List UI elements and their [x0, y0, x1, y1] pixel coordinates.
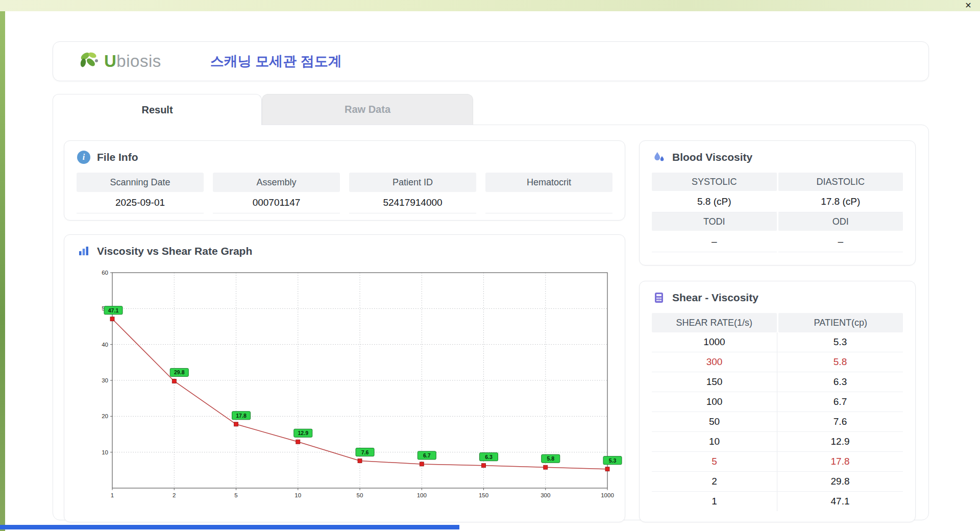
tab-raw-data[interactable]: Raw Data — [262, 94, 473, 125]
bv-value-todi: – — [652, 231, 777, 252]
file-info-title-text: File Info — [97, 151, 138, 163]
svg-text:50: 50 — [357, 492, 363, 498]
cell-patient: 47.1 — [777, 492, 903, 511]
svg-text:1000: 1000 — [601, 492, 614, 498]
svg-text:5.3: 5.3 — [609, 457, 617, 464]
field-patient-id: Patient ID 52417914000 — [349, 173, 476, 213]
chart-point — [110, 317, 114, 321]
cell-shear-rate: 1000 — [652, 332, 777, 352]
cell-patient: 12.9 — [777, 432, 903, 451]
field-label: Scanning Date — [77, 173, 204, 192]
field-label: Hematocrit — [485, 173, 612, 192]
bv-value-diastolic: 17.8 (cP) — [778, 191, 903, 212]
info-icon: i — [77, 151, 90, 164]
chart-point — [544, 465, 548, 469]
table-row: 10005.3 — [652, 332, 903, 352]
content-panel: i File Info Scanning Date 2025-09-01 Ass… — [53, 125, 929, 520]
table-row: 1506.3 — [652, 372, 903, 392]
table-row: 147.1 — [652, 492, 903, 511]
chart-point — [605, 467, 609, 471]
chart-point — [358, 459, 362, 463]
graph-card: Viscosity vs Shear Rate Graph 1020304050… — [64, 234, 625, 522]
field-scanning-date: Scanning Date 2025-09-01 — [77, 173, 204, 213]
col-shear-rate: SHEAR RATE(1/s) — [652, 313, 777, 332]
field-value: 000701147 — [213, 192, 340, 213]
close-icon[interactable]: ✕ — [963, 1, 974, 11]
chart-point — [420, 462, 424, 466]
bv-header-diastolic: DIASTOLIC — [778, 173, 903, 191]
cell-shear-rate: 2 — [652, 472, 777, 491]
chart-point — [296, 440, 300, 444]
tab-result[interactable]: Result — [53, 94, 262, 125]
field-hematocrit: Hematocrit — [485, 173, 612, 213]
shear-viscosity-title: Shear - Viscosity — [652, 291, 903, 305]
table-row: 3005.8 — [652, 352, 903, 372]
bv-header-odi: ODI — [778, 212, 903, 231]
svg-text:30: 30 — [102, 377, 108, 383]
desktop-left-strip — [0, 0, 5, 531]
table-row: 507.6 — [652, 412, 903, 432]
blood-viscosity-table: SYSTOLIC DIASTOLIC 5.8 (cP) 17.8 (cP) TO… — [652, 173, 903, 252]
svg-text:47.1: 47.1 — [108, 307, 119, 313]
svg-text:10: 10 — [102, 449, 108, 455]
table-row: 1006.7 — [652, 392, 903, 412]
water-drops-icon — [652, 151, 666, 164]
desktop-bottom-strip — [0, 525, 459, 529]
cell-shear-rate: 150 — [652, 372, 777, 392]
logo-text: Ubiosis — [104, 52, 161, 71]
svg-text:60: 60 — [102, 270, 108, 276]
field-value: 52417914000 — [349, 192, 476, 213]
graph-title: Viscosity vs Shear Rate Graph — [77, 244, 612, 258]
field-value: 2025-09-01 — [77, 192, 204, 213]
cell-patient: 29.8 — [777, 472, 903, 491]
field-label: Assembly — [213, 173, 340, 192]
cell-patient: 17.8 — [777, 452, 903, 471]
leaf-cluster-icon — [78, 51, 101, 72]
svg-text:300: 300 — [541, 492, 550, 498]
cell-patient: 7.6 — [777, 412, 903, 431]
bv-header-systolic: SYSTOLIC — [652, 173, 777, 191]
file-info-title: i File Info — [77, 150, 612, 164]
shear-table-body: 10005.33005.81506.31006.7507.61012.9517.… — [652, 332, 903, 511]
desktop-top-strip — [0, 0, 980, 11]
svg-text:7.6: 7.6 — [361, 449, 369, 455]
svg-text:5: 5 — [234, 492, 237, 498]
tab-bar: Result Raw Data — [53, 94, 473, 125]
file-info-fields: Scanning Date 2025-09-01 Assembly 000701… — [77, 173, 612, 213]
svg-text:29.8: 29.8 — [174, 369, 185, 375]
svg-text:6.7: 6.7 — [423, 452, 431, 458]
field-assembly: Assembly 000701147 — [213, 173, 340, 213]
svg-text:12.9: 12.9 — [298, 430, 309, 436]
table-row: 229.8 — [652, 472, 903, 492]
chart-point — [482, 464, 486, 468]
app-window: Ubiosis 스캐닝 모세관 점도계 Result Raw Data i Fi… — [5, 11, 980, 526]
shear-viscosity-title-text: Shear - Viscosity — [672, 292, 758, 304]
svg-text:20: 20 — [102, 413, 108, 419]
graph-title-text: Viscosity vs Shear Rate Graph — [97, 245, 252, 257]
cell-patient: 6.3 — [777, 372, 903, 392]
cell-patient: 6.7 — [777, 392, 903, 412]
chart-point — [234, 422, 238, 426]
svg-text:40: 40 — [102, 342, 108, 348]
viscosity-chart: 1020304050601251050100150300100047.129.8… — [90, 267, 621, 504]
svg-text:10: 10 — [295, 492, 301, 498]
app-title: 스캐닝 모세관 점도계 — [210, 52, 342, 70]
cell-shear-rate: 300 — [652, 352, 777, 372]
shear-table-header: SHEAR RATE(1/s) PATIENT(cp) — [652, 313, 903, 332]
shear-viscosity-card: Shear - Viscosity SHEAR RATE(1/s) PATIEN… — [639, 281, 916, 522]
bv-value-systolic: 5.8 (cP) — [652, 191, 777, 212]
field-value — [485, 192, 612, 213]
svg-text:150: 150 — [479, 492, 488, 498]
svg-text:5.8: 5.8 — [547, 455, 554, 462]
svg-text:100: 100 — [417, 492, 427, 498]
header-card: Ubiosis 스캐닝 모세관 점도계 — [53, 41, 929, 81]
col-patient: PATIENT(cp) — [778, 313, 903, 332]
cell-shear-rate: 10 — [652, 432, 777, 451]
cell-shear-rate: 50 — [652, 412, 777, 431]
bar-chart-icon — [78, 245, 90, 257]
blood-viscosity-card: Blood Viscosity SYSTOLIC DIASTOLIC 5.8 (… — [639, 140, 916, 266]
svg-text:1: 1 — [111, 492, 114, 498]
bv-header-todi: TODI — [652, 212, 777, 231]
cell-patient: 5.3 — [777, 332, 903, 352]
cell-shear-rate: 1 — [652, 492, 777, 511]
